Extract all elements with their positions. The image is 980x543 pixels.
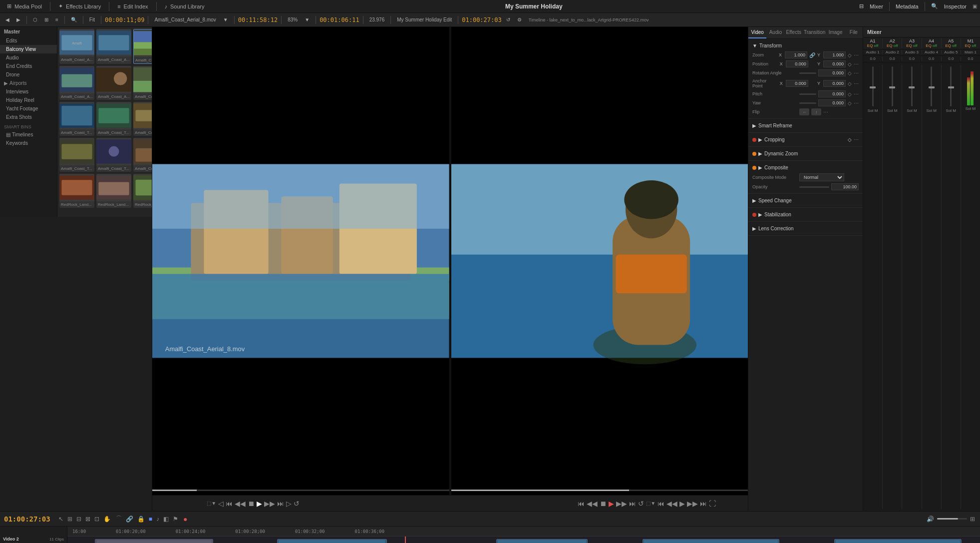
yaw-anim-icon[interactable]: ⋯ [854, 100, 859, 106]
toolbar-settings-btn[interactable]: ⚙ [515, 16, 524, 23]
inspector-toggle[interactable]: ▣ [973, 3, 977, 9]
zoom-keyframe-icon[interactable]: ◇ [848, 52, 852, 58]
anchor-anim-icon[interactable]: ⋯ [854, 81, 859, 86]
playhead[interactable] [405, 537, 406, 543]
program-play-btn[interactable]: ▶ [609, 500, 614, 508]
fader-track-a4[interactable] [931, 66, 932, 106]
source-prev-btn[interactable]: ⏮ [226, 500, 233, 508]
source-play-btn[interactable]: ▶ [257, 500, 262, 508]
v2-clip-2[interactable] [277, 539, 386, 543]
inspector-dynamic-zoom-header[interactable]: ▶ Dynamic Zoom [748, 149, 863, 158]
sidebar-item-airports[interactable]: ▶ Airports [0, 79, 57, 87]
inspector-tab-video[interactable]: Video [748, 27, 766, 38]
media-pool-btn[interactable]: Media Pool [14, 3, 42, 9]
inspector-stabilization-header[interactable]: ▶ Stabilization [748, 210, 863, 219]
sidebar-item-interviews[interactable]: Interviews [0, 87, 57, 96]
sidebar-item-yacht[interactable]: Yacht Footage [0, 104, 57, 113]
inspector-tab-transition[interactable]: Transition [803, 27, 827, 38]
media-thumb-4[interactable]: Amalfi_Coast_A... [96, 66, 131, 100]
sidebar-item-drone[interactable]: Drone [0, 70, 57, 79]
sidebar-item-balcony[interactable]: Balcony View [0, 45, 57, 53]
opacity-input[interactable] [831, 183, 859, 190]
volume-slider[interactable] [937, 518, 967, 520]
media-thumb-6[interactable]: Amalfi_Coast_T... [59, 102, 94, 136]
inspector-lens-header[interactable]: ▶ Lens Correction [748, 224, 863, 233]
source-fwd-btn[interactable]: ▶▶ [264, 500, 275, 508]
toolbar-back-btn[interactable]: ◀ [3, 16, 12, 23]
audio-mode-btn[interactable]: ♪ [155, 515, 160, 524]
record-btn[interactable]: ● [182, 514, 188, 524]
v2-clip-4[interactable] [643, 539, 779, 543]
v2-clip-1[interactable]: Lower 3rd Simple Underline [95, 539, 214, 543]
inspector-btn[interactable]: Inspector [944, 3, 967, 9]
inspector-speed-header[interactable]: ▶ Speed Change [748, 196, 863, 205]
flag-btn[interactable]: ⚑ [172, 515, 179, 524]
program-rwd-btn[interactable]: ◀◀ [587, 500, 598, 508]
pitch-slider[interactable] [799, 93, 816, 95]
program-rwd2-btn[interactable]: ◀◀ [666, 500, 677, 508]
program-prev-frame-btn[interactable]: ⏮ [657, 500, 664, 508]
volume-icon[interactable]: 🔊 [926, 515, 935, 524]
yaw-input[interactable] [818, 99, 846, 106]
toolbar-select-btn[interactable]: ⬡ [30, 16, 40, 23]
cropping-keyframe-icon[interactable]: ◇ [848, 137, 852, 142]
media-thumb-0[interactable]: Amalfi Amalfi_Coast_A... [59, 29, 94, 64]
program-stop-btn[interactable]: ⏹ [600, 500, 607, 508]
lock-btn[interactable]: 🔒 [136, 515, 146, 524]
toolbar-zoom-arrow[interactable]: ▼ [302, 16, 312, 23]
anchor-y-input[interactable] [823, 80, 846, 87]
composite-mode-select[interactable]: Normal [799, 173, 844, 181]
color-mode-btn[interactable]: ■ [148, 515, 153, 524]
program-next2-btn[interactable]: ⏭ [700, 500, 707, 508]
clip-color-btn[interactable]: ◧ [162, 515, 170, 524]
pos-y-input[interactable] [823, 60, 846, 67]
source-mark-out-btn[interactable]: ▷ [286, 500, 292, 508]
flip-v-btn[interactable]: ↕ [811, 108, 821, 115]
toolbar-grid-btn[interactable]: ⊞ [42, 16, 51, 23]
source-loop-btn[interactable]: ↺ [294, 500, 300, 508]
inspector-tab-image[interactable]: Image [826, 27, 844, 38]
zoom-anim-icon[interactable]: ⋯ [854, 52, 859, 58]
media-thumb-5[interactable]: Amalfi_Coast_A... [133, 66, 152, 100]
source-mark-in-btn[interactable]: ◁ [218, 500, 224, 508]
fader-track-a5[interactable] [950, 66, 952, 106]
inspector-cropping-header[interactable]: ▶ Cropping ◇ ⋯ [748, 135, 863, 144]
sidebar-item-timelines[interactable]: ▤ Timelines [0, 130, 57, 139]
program-prev-clip-btn[interactable]: ⏮ [578, 500, 585, 508]
sound-library-btn[interactable]: Sound Library [170, 3, 205, 9]
zoom-tool-btn[interactable]: ⊡ [93, 515, 100, 524]
pos-keyframe-icon[interactable]: ◇ [848, 61, 852, 67]
toolbar-zoom[interactable]: 83% [285, 16, 300, 23]
pos-x-input[interactable] [786, 60, 808, 67]
pitch-keyframe-icon[interactable]: ◇ [848, 91, 852, 97]
program-monitor[interactable] [451, 27, 748, 495]
media-thumb-13[interactable]: RedRock_Land... [96, 174, 131, 208]
toolbar-project-name[interactable]: My Summer Holiday Edit [394, 16, 454, 23]
program-loop-btn[interactable]: ↺ [638, 500, 644, 508]
program-fullscreen-btn[interactable]: ⛶ [709, 500, 716, 508]
yaw-slider[interactable] [799, 102, 816, 104]
anchor-keyframe-icon[interactable]: ◇ [848, 81, 852, 86]
toolbar-fit-label[interactable]: Fit [87, 16, 97, 23]
source-stop-btn[interactable]: ⏹ [248, 500, 255, 508]
media-thumb-2[interactable]: Amalfi_Coast_A... [133, 29, 152, 64]
flip-h-btn[interactable]: ↔ [799, 108, 809, 115]
toolbar-filename[interactable]: Amalfi_Coast_Aerial_8.mov [152, 16, 218, 23]
opacity-slider[interactable] [799, 186, 829, 188]
media-thumb-3[interactable]: Amalfi_Coast_A... [59, 66, 94, 100]
full-timeline-btn[interactable]: ⊞ [969, 515, 976, 524]
fader-track-a1[interactable] [872, 66, 874, 106]
media-thumb-8[interactable]: Amalfi_Coast_T... [133, 102, 152, 136]
rotation-keyframe-icon[interactable]: ◇ [848, 70, 852, 76]
pitch-input[interactable] [818, 90, 846, 97]
effects-library-btn[interactable]: Effects Library [66, 3, 101, 9]
fader-track-a2[interactable] [892, 66, 893, 106]
edit-index-btn[interactable]: Edit Index [124, 3, 148, 9]
sidebar-group-master[interactable]: Master [0, 27, 57, 36]
program-next-clip-btn[interactable]: ⏭ [629, 500, 636, 508]
anchor-x-input[interactable] [786, 80, 808, 87]
hand-tool-btn[interactable]: ✋ [102, 515, 112, 524]
source-monitor[interactable]: Amalfi_Coast_Aerial_8.mov [152, 27, 449, 495]
media-thumb-11[interactable]: Amalfi_Coast_T... [133, 138, 152, 172]
yaw-keyframe-icon[interactable]: ◇ [848, 100, 852, 106]
